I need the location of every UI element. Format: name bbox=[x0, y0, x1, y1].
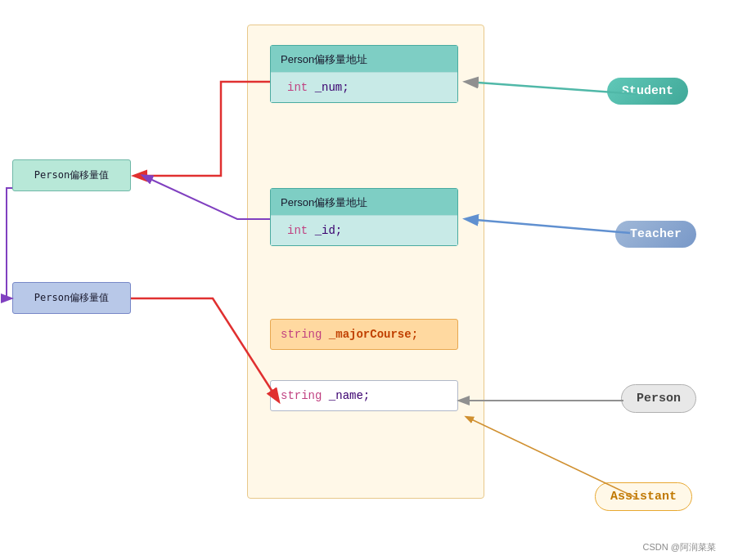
person-offset-value-top: Person偏移量值 bbox=[12, 159, 131, 191]
student-field: int _num; bbox=[271, 72, 457, 102]
int-keyword2: int bbox=[287, 224, 308, 237]
assistant-bubble: Assistant bbox=[595, 482, 692, 511]
string-keyword: string bbox=[281, 328, 322, 341]
num-var: _num; bbox=[315, 81, 349, 94]
teacher-memory-block: Person偏移量地址 int _id; bbox=[270, 188, 458, 246]
int-keyword: int bbox=[287, 81, 308, 94]
person-label: Person bbox=[637, 392, 681, 405]
name-var: _name; bbox=[329, 389, 370, 402]
major-field-text: string _majorCourse; bbox=[281, 328, 418, 341]
student-field-text: int _num; bbox=[287, 81, 349, 94]
name-field-text: string _name; bbox=[281, 389, 370, 402]
major-course-box: string _majorCourse; bbox=[270, 319, 458, 350]
student-offset-label: Person偏移量地址 bbox=[271, 46, 457, 72]
id-var: _id; bbox=[315, 224, 343, 237]
person-offset-value-bottom: Person偏移量值 bbox=[12, 282, 131, 314]
purple-arrow-left bbox=[7, 188, 12, 298]
teacher-label: Teacher bbox=[630, 227, 682, 241]
person-bubble: Person bbox=[621, 384, 696, 413]
teacher-field: int _id; bbox=[271, 215, 457, 245]
offset-bottom-label: Person偏移量值 bbox=[34, 292, 109, 303]
student-bubble: Student bbox=[607, 78, 688, 105]
teacher-to-block-arrow bbox=[466, 219, 630, 233]
student-label: Student bbox=[622, 84, 673, 98]
assistant-label: Assistant bbox=[610, 490, 677, 504]
string-keyword2: string bbox=[281, 389, 322, 402]
teacher-offset-label: Person偏移量地址 bbox=[271, 189, 457, 215]
teacher-bubble: Teacher bbox=[615, 221, 696, 248]
major-var: _majorCourse; bbox=[329, 328, 418, 341]
diagram-area: Person偏移量地址 int _num; Person偏移量地址 int _i… bbox=[0, 0, 729, 560]
student-memory-block: Person偏移量地址 int _num; bbox=[270, 45, 458, 103]
offset-top-label: Person偏移量值 bbox=[34, 169, 109, 181]
teacher-field-text: int _id; bbox=[287, 224, 342, 237]
watermark: CSDN @阿润菜菜 bbox=[643, 541, 716, 553]
name-box: string _name; bbox=[270, 380, 458, 411]
